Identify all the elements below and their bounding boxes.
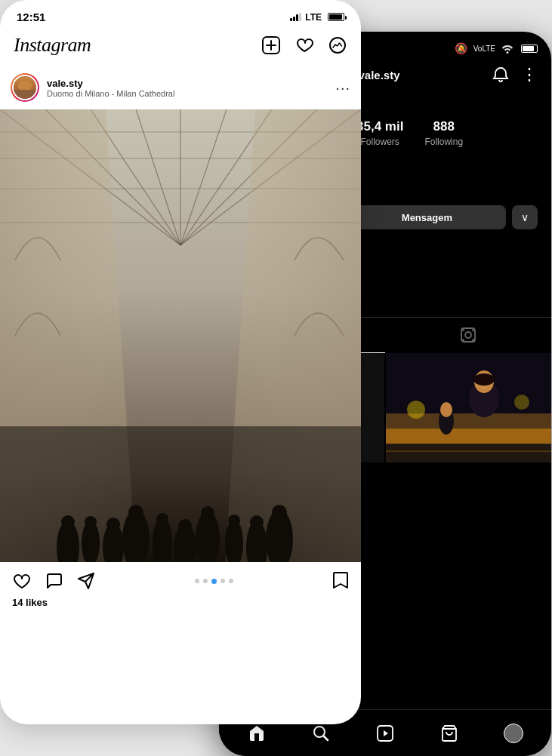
following-count: 888 bbox=[424, 119, 463, 134]
comment-icon[interactable] bbox=[45, 572, 63, 590]
lte-label: LTE bbox=[305, 12, 322, 23]
svg-point-57 bbox=[472, 329, 474, 331]
followers-label: Followers bbox=[361, 137, 399, 147]
post-likes-count: 14 likes bbox=[0, 594, 361, 611]
more-options-icon[interactable]: ⋮ bbox=[521, 65, 538, 85]
save-icon[interactable] bbox=[332, 571, 349, 591]
svg-line-81 bbox=[324, 736, 328, 740]
more-options-icon[interactable]: ··· bbox=[335, 79, 350, 97]
share-icon[interactable] bbox=[77, 572, 95, 590]
carousel-dot bbox=[220, 579, 225, 583]
svg-point-56 bbox=[462, 329, 464, 331]
profile-nav-icon[interactable] bbox=[497, 717, 530, 750]
tab-reels-icon[interactable] bbox=[385, 318, 551, 353]
post-header: vale.sty Duomo di Milano - Milan Cathedr… bbox=[0, 66, 361, 109]
svg-point-58 bbox=[462, 339, 464, 341]
svg-point-72 bbox=[514, 395, 529, 410]
volte-label: VoLTE bbox=[473, 45, 495, 53]
post-username: vale.sty bbox=[47, 78, 174, 89]
svg-point-71 bbox=[407, 401, 425, 419]
nav-icons bbox=[261, 35, 347, 55]
svg-rect-78 bbox=[386, 444, 551, 463]
svg-marker-83 bbox=[384, 730, 388, 736]
message-button[interactable]: Mensagem bbox=[348, 205, 506, 229]
following-label: Following bbox=[424, 137, 463, 147]
profile-avatar-nav bbox=[504, 724, 523, 743]
status-time: 12:51 bbox=[17, 11, 45, 23]
action-buttons-left bbox=[12, 572, 95, 590]
carousel-dot bbox=[229, 579, 233, 583]
front-card: 12:51 LTE Instagram bbox=[0, 0, 361, 724]
svg-point-55 bbox=[465, 332, 471, 338]
status-bar: 12:51 LTE bbox=[0, 0, 361, 28]
battery-icon bbox=[328, 13, 344, 21]
wifi-icon bbox=[501, 43, 513, 54]
post-location: Duomo di Milano - Milan Cathedral bbox=[47, 89, 174, 98]
instagram-nav: Instagram bbox=[0, 28, 361, 66]
following-stat[interactable]: 888 Following bbox=[424, 119, 463, 148]
add-post-icon[interactable] bbox=[261, 35, 281, 55]
followers-count: 35,4 mil bbox=[356, 119, 403, 134]
vol-off-icon: 🔕 bbox=[455, 42, 467, 54]
grid-photo-2[interactable] bbox=[386, 353, 551, 463]
notifications-bell-icon[interactable] bbox=[492, 66, 509, 83]
shop-nav-icon[interactable] bbox=[433, 717, 466, 750]
svg-point-75 bbox=[473, 373, 495, 386]
notifications-heart-icon[interactable] bbox=[295, 35, 314, 55]
post-image bbox=[0, 109, 361, 562]
instagram-logo: Instagram bbox=[14, 34, 91, 57]
reels-nav-icon[interactable] bbox=[369, 717, 402, 750]
svg-rect-39 bbox=[0, 426, 361, 562]
svg-point-59 bbox=[472, 339, 474, 341]
post-user-info: vale.sty Duomo di Milano - Milan Cathedr… bbox=[47, 78, 174, 98]
post-user[interactable]: vale.sty Duomo di Milano - Milan Cathedr… bbox=[11, 73, 174, 102]
signal-bars-icon bbox=[290, 13, 301, 21]
profile-username-nav: vale.sty bbox=[358, 69, 399, 81]
carousel-dot bbox=[195, 579, 199, 583]
carousel-dot-active bbox=[211, 579, 217, 584]
messenger-icon[interactable] bbox=[328, 35, 347, 55]
user-avatar bbox=[11, 73, 39, 102]
carousel-indicators bbox=[195, 579, 233, 584]
carousel-dot bbox=[203, 579, 208, 583]
profile-nav-right: ⋮ bbox=[492, 65, 538, 85]
followers-stat[interactable]: 35,4 mil Followers bbox=[356, 119, 403, 148]
dropdown-button[interactable]: ∨ bbox=[512, 205, 538, 229]
like-icon[interactable] bbox=[12, 572, 32, 590]
dark-battery-icon bbox=[521, 45, 538, 53]
svg-point-77 bbox=[440, 402, 452, 417]
post-actions bbox=[0, 562, 361, 594]
status-icons: LTE bbox=[290, 12, 344, 23]
